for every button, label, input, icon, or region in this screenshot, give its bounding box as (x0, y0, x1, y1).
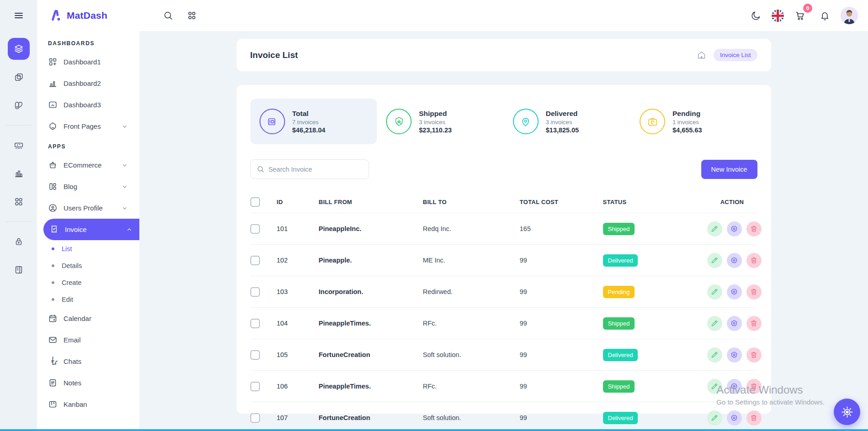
home-button[interactable] (697, 50, 706, 60)
kanban-icon (48, 399, 58, 409)
delete-button[interactable] (746, 253, 762, 268)
rail-bar-chart-icon[interactable] (8, 163, 30, 184)
row-actions (707, 221, 762, 237)
rail-widgets-icon[interactable] (8, 191, 30, 213)
cell-id: 101 (277, 225, 319, 232)
row-checkbox[interactable] (250, 256, 260, 265)
sidebar-item-dashboard3[interactable]: Dashboard3 (37, 94, 135, 116)
view-button[interactable] (727, 253, 742, 268)
breadcrumb-current[interactable]: Invoice List (714, 49, 757, 61)
language-flag-uk-icon[interactable] (772, 10, 784, 22)
note-icon (48, 378, 58, 388)
edit-button[interactable] (707, 221, 722, 237)
sidebar-item-label: Dashboard2 (64, 79, 101, 87)
sidebar-subitem-create[interactable]: Create (37, 274, 139, 291)
sidebar-subitem-list[interactable]: List (37, 240, 139, 257)
view-icon (730, 351, 738, 359)
search-icon (257, 165, 265, 173)
sidebar-item-ecommerce[interactable]: ECommerce (37, 154, 135, 176)
search-button[interactable] (159, 7, 177, 24)
trash-icon (750, 256, 758, 264)
stat-amount: $4,655.63 (672, 126, 702, 134)
view-button[interactable] (727, 221, 742, 237)
cell-total-cost: 99 (520, 414, 603, 421)
sidebar-item-blog[interactable]: Blog (37, 176, 135, 197)
sidebar-item-dashboard2[interactable]: Dashboard2 (37, 73, 135, 94)
rail-lock-icon[interactable] (8, 231, 30, 252)
sidebar-item-email[interactable]: Email (37, 329, 135, 351)
stats-row: Total7 invoices$46,218.04Shipped3 invoic… (250, 99, 757, 144)
status-badge: Shipped (603, 223, 635, 235)
delete-button[interactable] (746, 284, 762, 300)
select-all-checkbox[interactable] (250, 197, 260, 207)
pencil-icon (710, 225, 719, 233)
edit-button[interactable] (707, 316, 722, 331)
chart-bars-icon (48, 79, 58, 88)
row-checkbox[interactable] (250, 382, 260, 391)
cart-button[interactable]: 0 (791, 7, 809, 24)
delete-button[interactable] (746, 221, 762, 237)
bell-icon (820, 11, 830, 21)
delete-button[interactable] (746, 347, 762, 363)
brand-logo[interactable]: MatDash (37, 0, 139, 31)
view-icon (730, 382, 738, 390)
view-button[interactable] (727, 316, 742, 331)
row-checkbox[interactable] (250, 413, 260, 423)
view-button[interactable] (727, 284, 742, 300)
cell-bill-from: PineappleInc. (319, 225, 423, 232)
edit-button[interactable] (707, 379, 722, 394)
row-checkbox[interactable] (250, 287, 260, 297)
cell-total-cost: 99 (520, 257, 603, 264)
rail-layers-icon[interactable] (8, 38, 30, 60)
stat-card-delivered: Delivered3 invoices$13,825.05 (504, 99, 631, 144)
sidebar-subitem-edit[interactable]: Edit (37, 291, 139, 308)
rail-form-field-icon[interactable] (8, 134, 30, 156)
view-button[interactable] (727, 347, 742, 363)
rail-cards-icon[interactable] (8, 66, 30, 88)
new-invoice-button[interactable]: New Invoice (701, 160, 757, 179)
sidebar-subitem-details[interactable]: Details (37, 257, 139, 274)
delete-button[interactable] (746, 379, 762, 394)
sidebar-item-chats[interactable]: Chats (37, 351, 135, 372)
sidebar-item-users-profile[interactable]: Users Profile (37, 197, 135, 219)
row-checkbox[interactable] (250, 350, 260, 360)
invoice-search-input[interactable] (268, 166, 362, 173)
menu-toggle-button[interactable] (13, 0, 24, 31)
rail-doc-page-icon[interactable] (8, 259, 30, 281)
sidebar-subitem-label: Details (62, 262, 82, 269)
view-button[interactable] (727, 379, 742, 394)
cell-total-cost: 99 (520, 383, 603, 390)
table-row: 101PineappleInc.Redq Inc.165Shipped (250, 213, 757, 244)
grid-plus-icon (48, 57, 58, 67)
screen-bottom-strip (0, 429, 868, 431)
sidebar-item-dashboard1[interactable]: Dashboard1 (37, 51, 135, 73)
delete-button[interactable] (746, 316, 762, 331)
bullet-dot-icon (52, 264, 54, 267)
column-header-bill-from: BILL FROM (319, 199, 423, 205)
cell-id: 102 (277, 257, 319, 264)
row-checkbox[interactable] (250, 319, 260, 328)
row-checkbox[interactable] (250, 224, 260, 234)
notifications-button[interactable] (816, 7, 833, 24)
delete-button[interactable] (746, 410, 762, 426)
edit-button[interactable] (707, 347, 722, 363)
user-avatar[interactable] (841, 7, 858, 24)
sidebar-item-calendar[interactable]: Calendar (37, 308, 135, 329)
icon-rail (0, 0, 37, 431)
settings-fab-button[interactable] (834, 399, 860, 425)
rail-palette-icon[interactable] (8, 95, 30, 116)
sidebar-item-kanban[interactable]: Kanban (37, 394, 135, 415)
edit-button[interactable] (707, 253, 722, 268)
edit-button[interactable] (707, 410, 722, 426)
invoice-search[interactable] (250, 159, 369, 179)
sidebar-item-notes[interactable]: Notes (37, 372, 135, 394)
view-button[interactable] (727, 410, 742, 426)
cell-bill-to: Soft solution. (423, 414, 520, 421)
edit-button[interactable] (707, 284, 722, 300)
stat-amount: $23,110.23 (419, 126, 452, 134)
pencil-icon (710, 414, 719, 422)
apps-menu-button[interactable] (183, 7, 201, 24)
sidebar-item-invoice[interactable]: Invoice (43, 219, 139, 240)
dark-mode-toggle[interactable] (747, 7, 764, 24)
sidebar-item-front-pages[interactable]: Front Pages (37, 116, 135, 137)
